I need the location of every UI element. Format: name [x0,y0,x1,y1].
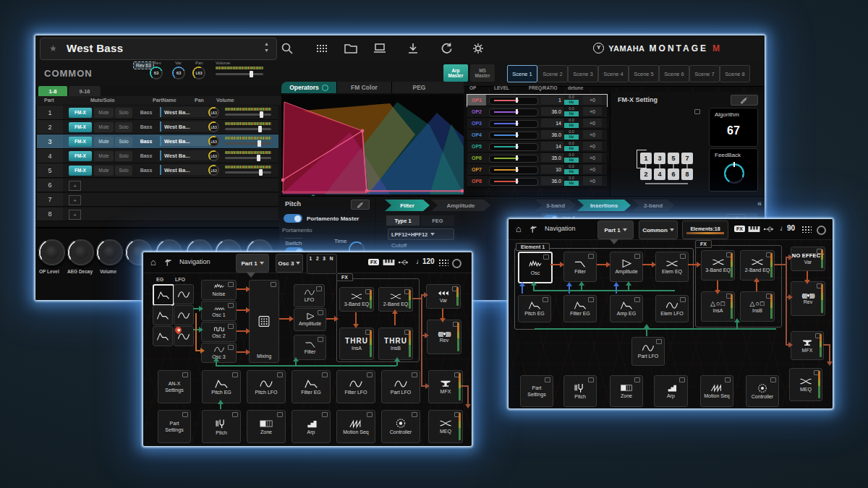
part-type-badge[interactable]: FM-X [69,137,92,147]
block-osc[interactable]: Osc [518,252,553,283]
mute-button[interactable]: Mute [94,151,114,161]
freq-value[interactable]: 36.0 [541,130,563,139]
block-filter-eg[interactable]: Filter EG [292,370,331,403]
block-part-lfo[interactable]: Part LFO [631,337,665,366]
tab-part-1[interactable]: Part 1 [597,221,634,239]
block-filter[interactable]: Filter [563,252,597,282]
part-volume-handle[interactable] [258,140,261,147]
feedback-box[interactable]: FeedBack [709,148,758,192]
edit-lock-button[interactable] [731,95,758,106]
var-knob[interactable]: 63 [172,67,185,80]
popup-icon[interactable] [694,109,700,114]
tab-amplitude[interactable]: Amplitude [431,200,490,211]
block-zone[interactable]: Zone [610,375,643,407]
block-mixing[interactable]: Mixing [249,280,279,363]
home-icon[interactable]: ⌂ [150,257,156,267]
part-type-badge[interactable]: FM-X [69,166,92,176]
op-level-slider[interactable] [489,178,538,186]
collapse-handle[interactable]: « [757,199,762,207]
part-row-2[interactable]: 2 FM-X Mute Solo Bass West Ba... L63 [37,120,278,134]
block-part-lfo[interactable]: Part LFO [381,370,420,403]
tab-fm-color[interactable]: FM Color [337,82,392,93]
part-name-field[interactable]: West Ba... [160,107,209,117]
tab-3-band[interactable]: 3-band [535,200,576,211]
mute-button[interactable]: Mute [94,166,114,176]
scene-3-button[interactable]: Scene 3 [568,65,598,82]
record-circle-icon[interactable] [817,226,826,235]
block-var-no-effect[interactable]: NO EFFECTVar [791,247,825,271]
algorithm-box[interactable]: Algorithm 67 [709,108,758,147]
grid-view-icon[interactable] [315,41,329,56]
download-icon[interactable] [406,41,420,56]
settings-gear-icon[interactable] [471,41,485,56]
preset-spinner[interactable]: ▲▼ [264,41,269,53]
solo-button[interactable]: Solo [115,108,132,118]
block-eg-1[interactable] [153,284,174,306]
part-name-field[interactable]: West Ba... [160,150,209,160]
part-row-3-selected[interactable]: 3 FM-X Mute Solo Bass West Ba... L63 [37,134,278,149]
add-part-button[interactable]: + [69,195,81,205]
op-level-slider[interactable] [489,97,538,105]
part-volume-slider[interactable] [225,114,271,116]
spinner-up-icon[interactable]: ▲ [264,41,269,46]
operator-envelope-graph[interactable] [281,95,464,194]
grid-menu-icon[interactable] [801,226,812,233]
slider-handle[interactable] [516,132,518,137]
preset-name-box[interactable]: ★ West Bass ▲▼ [40,38,277,60]
tab-insertions[interactable]: Insertions [577,200,631,211]
slider-handle[interactable] [516,167,518,172]
detune-value[interactable]: +0 [583,165,602,174]
part-volume-handle[interactable] [258,126,262,132]
freq-value[interactable]: 10 [541,165,563,174]
detune-value[interactable]: +0 [583,95,602,104]
keyboard-icon[interactable] [748,226,760,233]
detune-value[interactable]: +0 [583,107,602,116]
assign-knob-2[interactable] [67,239,95,266]
part-type-badge[interactable]: FM-X [69,122,92,132]
slider-handle[interactable] [516,144,518,149]
master-volume-slider[interactable] [216,73,263,75]
scene-7-button[interactable]: Scene 7 [689,65,720,82]
solo-button[interactable]: Solo [115,122,132,132]
up-level-icon[interactable] [163,257,174,267]
block-mfx[interactable]: MFX [791,331,824,360]
osc-select-box[interactable]: 1 2 3 N [307,254,337,274]
slider-handle[interactable] [516,121,518,126]
op-level-slider[interactable] [489,166,538,174]
freq-value[interactable]: 36.0 [541,107,563,116]
block-zone[interactable]: Zone [247,410,286,443]
op-row-3[interactable]: OP3 14 0.0 Hz +0 [467,118,607,129]
part-volume-slider[interactable] [225,142,271,145]
op-row-8[interactable]: OP8 36.0 0.0 Hz +0 [467,176,607,187]
mute-button[interactable]: Mute [94,108,114,118]
detune-value[interactable]: +0 [583,119,602,127]
fx-badge[interactable]: FX [734,226,745,232]
op-level-slider[interactable] [489,132,538,140]
op-level-slider[interactable] [489,120,538,128]
pan-knob[interactable]: L63 [208,136,219,147]
block-eg-3[interactable] [153,326,173,346]
ms-master-button[interactable]: MSMaster [470,64,495,82]
block-amp-eg[interactable]: Amp EG [610,295,643,322]
block-noise[interactable]: Noise [201,280,237,300]
op-row-6[interactable]: OP6 35.0 0.0 Hz +0 [467,153,607,164]
part-type-badge[interactable]: FM-X [69,108,92,118]
keyboard-icon[interactable] [383,259,395,266]
part-name-field[interactable]: West Ba... [160,121,209,132]
detune-value[interactable]: +0 [583,153,602,162]
solo-button[interactable]: Solo [115,137,132,147]
tab-osc-3[interactable]: Osc 3 [276,254,303,273]
detune-value[interactable]: +0 [583,176,602,185]
solo-button[interactable]: Solo [115,166,132,176]
block-3-band-eq[interactable]: 3-Band EQ [339,287,374,312]
op-level-slider[interactable] [489,155,538,163]
record-circle-icon[interactable] [452,259,461,268]
slider-handle[interactable] [516,98,518,103]
freq-value[interactable]: 14 [541,142,563,150]
part-volume-slider[interactable] [225,157,271,159]
pan-knob[interactable]: L63 [208,121,219,132]
portamento-master-toggle[interactable] [284,214,302,223]
block-2-band-eq[interactable]: 2-Band EQ [378,287,413,312]
block-pitch-eg[interactable]: Pitch EG [518,295,551,322]
slider-handle[interactable] [516,155,518,160]
